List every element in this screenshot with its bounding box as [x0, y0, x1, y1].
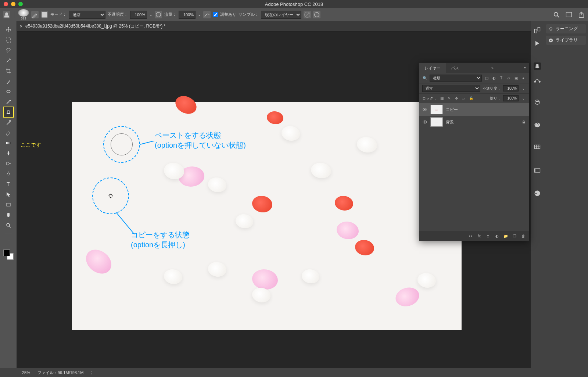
fill-dropdown-icon[interactable]: ⌄ — [521, 96, 526, 101]
new-layer-icon[interactable]: ❐ — [512, 233, 517, 238]
crop-tool[interactable] — [4, 66, 13, 76]
pen-tool[interactable] — [4, 169, 13, 179]
ignore-adjustment-icon[interactable] — [304, 11, 311, 18]
edit-toolbar-icon[interactable]: ⋯ — [4, 236, 13, 246]
blend-mode-select[interactable]: 通常 — [69, 11, 105, 19]
panel-menu-icon[interactable]: ≡ — [521, 63, 529, 73]
zoom-level[interactable]: 25% — [22, 370, 30, 375]
adjustments-panel-icon[interactable] — [534, 98, 541, 106]
marquee-tool[interactable] — [4, 35, 13, 45]
flow-input[interactable] — [179, 11, 196, 19]
lock-position-icon[interactable]: ✥ — [454, 96, 459, 101]
status-chevron-icon[interactable]: 〉 — [91, 370, 95, 376]
clone-source-panel-icon[interactable] — [534, 26, 541, 34]
text-tool[interactable]: T — [4, 179, 13, 189]
layer-mask-icon[interactable]: ◘ — [485, 233, 491, 238]
filter-type-icon[interactable]: T — [499, 76, 504, 81]
aligned-checkbox[interactable] — [213, 12, 218, 17]
filter-shape-icon[interactable]: ▱ — [506, 76, 511, 81]
zoom-window-icon[interactable] — [18, 2, 23, 6]
eyedropper-tool[interactable] — [4, 76, 13, 86]
properties-panel-icon[interactable] — [534, 190, 541, 197]
layer-thumbnail[interactable]: ∴∵ — [430, 117, 443, 127]
pressure-size-icon[interactable] — [313, 11, 320, 18]
sample-select[interactable]: 現在のレイヤー — [261, 11, 301, 19]
canvas[interactable]: ペーストをする状態 (optionを押していない状態) コピーをする状態 (op… — [72, 102, 462, 330]
swatches-panel-icon[interactable] — [534, 144, 541, 151]
opacity-dropdown-icon[interactable]: ⌄ — [149, 12, 153, 17]
hand-tool[interactable] — [4, 210, 13, 220]
panel-collapse-icon[interactable]: » — [488, 63, 496, 73]
clone-stamp-tool[interactable] — [4, 107, 13, 117]
filter-smart-icon[interactable]: ▣ — [513, 76, 519, 81]
path-selection-tool[interactable] — [4, 190, 13, 199]
layer-name[interactable]: コピー — [446, 107, 526, 112]
arrange-documents-icon[interactable] — [565, 11, 573, 18]
adjustment-layer-icon[interactable]: ◐ — [494, 233, 499, 238]
brush-settings-panel-icon[interactable] — [534, 167, 541, 174]
paths-tab[interactable]: パス — [446, 63, 464, 73]
layers-tab[interactable]: レイヤー — [419, 63, 446, 73]
brush-tool[interactable] — [4, 97, 13, 107]
svg-point-16 — [6, 162, 9, 165]
layer-name[interactable]: 背景 — [446, 119, 519, 125]
layers-panel-icon[interactable] — [534, 62, 541, 70]
delete-layer-icon[interactable]: 🗑 — [521, 233, 526, 238]
dodge-tool[interactable] — [4, 159, 13, 168]
flow-dropdown-icon[interactable]: ⌄ — [198, 12, 201, 17]
close-window-icon[interactable] — [4, 2, 8, 6]
paths-panel-icon[interactable] — [534, 76, 541, 83]
layer-opacity-input[interactable] — [503, 85, 519, 91]
lasso-tool[interactable] — [4, 46, 13, 55]
actions-panel-icon[interactable] — [534, 40, 541, 47]
quick-selection-tool[interactable] — [4, 56, 13, 65]
layer-filter-kind[interactable]: 種類 — [430, 75, 482, 82]
collapsed-panels-strip — [531, 21, 544, 368]
filter-toggle-icon[interactable]: ● — [521, 76, 526, 81]
layer-group-icon[interactable]: 📁 — [503, 233, 508, 238]
close-tab-icon[interactable]: × — [20, 24, 22, 29]
brush-preset-picker[interactable]: 692 — [18, 9, 29, 20]
layer-item[interactable]: ∴∵ 背景 — [419, 116, 529, 128]
visibility-eye-icon[interactable] — [422, 107, 427, 112]
clone-stamp-tool-icon[interactable] — [3, 11, 10, 18]
opacity-input[interactable] — [130, 11, 147, 19]
visibility-eye-icon[interactable] — [422, 119, 427, 125]
eraser-tool[interactable] — [4, 128, 13, 137]
color-panel-icon[interactable] — [534, 121, 541, 129]
layer-item[interactable]: ∴∵ コピー — [419, 103, 529, 116]
libraries-tab[interactable]: ライブラリ — [546, 36, 586, 45]
layer-fill-input[interactable] — [503, 95, 519, 101]
search-icon[interactable] — [553, 11, 560, 18]
pressure-opacity-icon[interactable] — [155, 11, 162, 18]
document-tab[interactable]: × e54930a9152dba2fd43d50b544fbe388_l.jpg… — [20, 23, 165, 29]
filter-adjustment-icon[interactable]: ◐ — [491, 76, 496, 81]
brush-panel-icon[interactable] — [41, 11, 48, 18]
file-size-status[interactable]: ファイル：99.1M/198.1M — [37, 370, 83, 376]
move-tool[interactable] — [4, 25, 13, 35]
svg-line-7 — [557, 15, 559, 17]
lock-transparency-icon[interactable]: ▦ — [439, 96, 444, 101]
share-icon[interactable] — [578, 11, 585, 18]
link-layers-icon[interactable]: ⚯ — [468, 233, 473, 238]
foreground-background-swatch[interactable] — [3, 249, 14, 260]
airbrush-icon[interactable] — [203, 11, 211, 18]
lock-artboard-icon[interactable]: ▱ — [461, 96, 466, 101]
history-brush-tool[interactable] — [4, 118, 13, 127]
rectangle-tool[interactable] — [4, 200, 13, 209]
gradient-tool[interactable] — [4, 138, 13, 148]
learning-tab[interactable]: ラーニング — [546, 24, 586, 33]
filter-pixel-icon[interactable]: ▢ — [484, 76, 489, 81]
lock-pixels-icon[interactable]: ✎ — [447, 96, 452, 101]
lock-all-icon[interactable]: 🔒 — [469, 96, 474, 101]
healing-brush-tool[interactable] — [4, 87, 13, 96]
brush-settings-icon[interactable] — [31, 11, 39, 18]
minimize-window-icon[interactable] — [11, 2, 15, 6]
opacity-dropdown-icon[interactable]: ⌄ — [521, 86, 526, 91]
layer-blend-mode[interactable]: 通常 — [422, 85, 480, 92]
blur-tool[interactable] — [4, 148, 13, 158]
layer-effects-icon[interactable]: fx — [477, 233, 482, 238]
zoom-tool[interactable] — [4, 220, 13, 230]
layer-thumbnail[interactable]: ∴∵ — [430, 105, 443, 114]
filter-search-icon[interactable]: 🔍 — [422, 76, 427, 81]
